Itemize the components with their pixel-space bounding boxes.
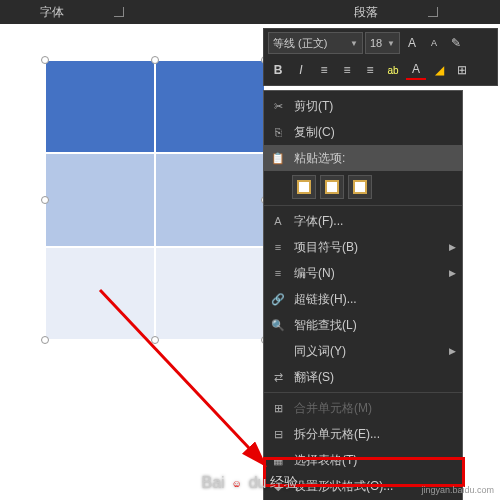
watermark: Bai☺du 经验 xyxy=(202,474,299,492)
menu-select-table[interactable]: ▦选择表格(T) xyxy=(264,447,462,473)
expand-icon[interactable] xyxy=(428,7,438,17)
context-menu: ✂剪切(T) ⎘复制(C) 📋粘贴选项: A字体(F)... ≡项目符号(B)▶… xyxy=(263,90,463,500)
resize-handle[interactable] xyxy=(41,56,49,64)
table-cell[interactable] xyxy=(155,153,265,246)
menu-bullets[interactable]: ≡项目符号(B)▶ xyxy=(264,234,462,260)
ribbon-bar: 字体 段落 xyxy=(0,0,500,24)
size-selector[interactable]: 18▼ xyxy=(365,32,400,54)
menu-smart-lookup[interactable]: 🔍智能查找(L) xyxy=(264,312,462,338)
menu-separator xyxy=(264,392,462,393)
clipboard-icon xyxy=(325,180,339,194)
resize-handle[interactable] xyxy=(151,336,159,344)
decrease-font-icon[interactable]: A xyxy=(424,33,444,53)
menu-hyperlink[interactable]: 🔗超链接(H)... xyxy=(264,286,462,312)
menu-merge-cells: ⊞合并单元格(M) xyxy=(264,395,462,421)
slide-canvas xyxy=(30,40,280,360)
menu-font[interactable]: A字体(F)... xyxy=(264,208,462,234)
paste-option-1[interactable] xyxy=(292,175,316,199)
menu-synonyms[interactable]: 同义词(Y)▶ xyxy=(264,338,462,364)
expand-icon[interactable] xyxy=(114,7,124,17)
chevron-down-icon: ▼ xyxy=(387,39,395,48)
paste-option-2[interactable] xyxy=(320,175,344,199)
font-icon: A xyxy=(270,213,286,229)
link-icon: 🔗 xyxy=(270,291,286,307)
copy-icon: ⎘ xyxy=(270,124,286,140)
menu-paste-options: 📋粘贴选项: xyxy=(264,145,462,171)
highlight-icon[interactable]: ab xyxy=(383,60,403,80)
menu-cut[interactable]: ✂剪切(T) xyxy=(264,93,462,119)
menu-separator xyxy=(264,205,462,206)
para-section-label: 段落 xyxy=(354,4,378,21)
watermark-url: jingyan.baidu.com xyxy=(421,485,494,496)
resize-handle[interactable] xyxy=(41,196,49,204)
table-cell[interactable] xyxy=(155,60,265,153)
font-selector[interactable]: 等线 (正文)▼ xyxy=(268,32,363,54)
menu-translate[interactable]: ⇄翻译(S) xyxy=(264,364,462,390)
align-center-icon[interactable]: ≡ xyxy=(337,60,357,80)
logo-icon: ☺ xyxy=(229,475,245,491)
format-painter-icon[interactable]: ✎ xyxy=(446,33,466,53)
table-cell[interactable] xyxy=(45,153,155,246)
paste-options-row xyxy=(264,171,462,203)
table-icon: ▦ xyxy=(270,452,286,468)
table-cell[interactable] xyxy=(45,60,155,153)
bullets-icon: ≡ xyxy=(270,239,286,255)
paste-icon: 📋 xyxy=(270,150,286,166)
numbering-icon: ≡ xyxy=(270,265,286,281)
table-cell[interactable] xyxy=(45,247,155,340)
table-cell[interactable] xyxy=(155,247,265,340)
menu-copy[interactable]: ⎘复制(C) xyxy=(264,119,462,145)
resize-handle[interactable] xyxy=(151,56,159,64)
more-icon[interactable]: ⊞ xyxy=(452,60,472,80)
mini-toolbar: 等线 (正文)▼ 18▼ A A ✎ B I ≡ ≡ ≡ ab A ◢ ⊞ xyxy=(263,28,498,86)
increase-font-icon[interactable]: A xyxy=(402,33,422,53)
align-right-icon[interactable]: ≡ xyxy=(360,60,380,80)
italic-button[interactable]: I xyxy=(291,60,311,80)
chevron-right-icon: ▶ xyxy=(449,346,456,356)
resize-handle[interactable] xyxy=(41,336,49,344)
chevron-right-icon: ▶ xyxy=(449,242,456,252)
align-left-icon[interactable]: ≡ xyxy=(314,60,334,80)
font-section-label: 字体 xyxy=(40,4,64,21)
clipboard-icon xyxy=(297,180,311,194)
search-icon: 🔍 xyxy=(270,317,286,333)
merge-icon: ⊞ xyxy=(270,400,286,416)
clipboard-icon xyxy=(353,180,367,194)
menu-split-cells[interactable]: ⊟拆分单元格(E)... xyxy=(264,421,462,447)
menu-numbering[interactable]: ≡编号(N)▶ xyxy=(264,260,462,286)
cut-icon: ✂ xyxy=(270,98,286,114)
chevron-down-icon: ▼ xyxy=(350,39,358,48)
fill-color-icon[interactable]: ◢ xyxy=(429,60,449,80)
paste-option-3[interactable] xyxy=(348,175,372,199)
bold-button[interactable]: B xyxy=(268,60,288,80)
font-color-icon[interactable]: A xyxy=(406,60,426,80)
chevron-right-icon: ▶ xyxy=(449,268,456,278)
translate-icon: ⇄ xyxy=(270,369,286,385)
book-icon xyxy=(270,343,286,359)
table-object[interactable] xyxy=(45,60,265,340)
split-icon: ⊟ xyxy=(270,426,286,442)
